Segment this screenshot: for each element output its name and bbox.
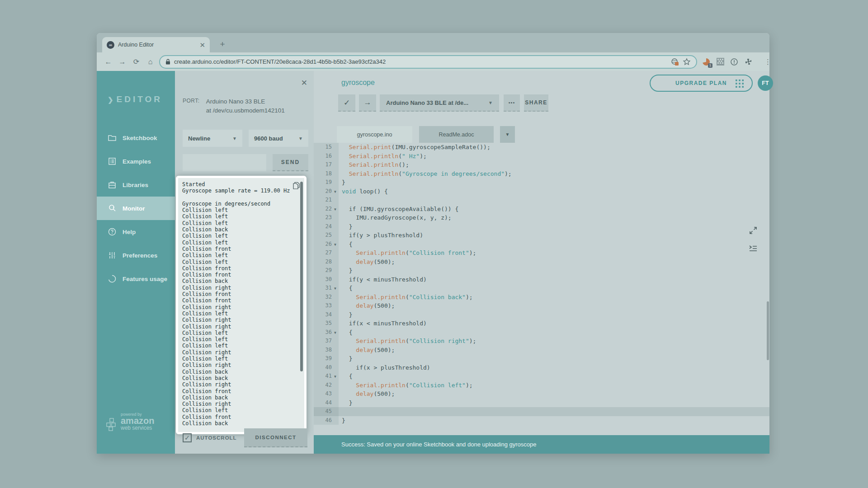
line-number: 43 — [314, 389, 332, 399]
code-line-26[interactable]: 26▼ { — [314, 240, 769, 249]
preferences-icon — [108, 251, 117, 260]
copy-icon[interactable] — [293, 182, 300, 189]
disconnect-button[interactable]: DISCONNECT — [244, 428, 307, 447]
bookmark-star-icon[interactable] — [683, 58, 691, 66]
reload-icon[interactable]: ⟳ — [129, 57, 143, 66]
code-line-36[interactable]: 36▼ { — [314, 328, 769, 337]
back-icon[interactable]: ← — [101, 58, 115, 66]
code-scrollbar[interactable] — [767, 301, 769, 360]
fold-spacer — [332, 213, 339, 222]
serial-message-input[interactable] — [183, 154, 266, 171]
code-line-32[interactable]: 32 Serial.println("Collision back"); — [314, 293, 769, 302]
line-number: 36 — [314, 328, 332, 337]
fold-arrow-icon[interactable]: ▼ — [332, 187, 339, 196]
fold-arrow-icon[interactable]: ▼ — [332, 372, 339, 381]
code-line-44[interactable]: 44 } — [314, 399, 769, 408]
code-line-45[interactable]: 45 — [314, 407, 769, 416]
code-line-28[interactable]: 28 delay(500); — [314, 258, 769, 267]
monitor-scrollbar[interactable] — [300, 182, 303, 371]
translate-icon[interactable] — [671, 58, 679, 66]
code-line-31[interactable]: 31▼ { — [314, 284, 769, 293]
share-button[interactable]: SHARE — [524, 94, 548, 112]
file-tab-readme[interactable]: ReadMe.adoc — [419, 126, 494, 143]
line-number: 28 — [314, 258, 332, 267]
code-line-29[interactable]: 29 } — [314, 266, 769, 275]
code-line-38[interactable]: 38 delay(500); — [314, 346, 769, 355]
code-line-22[interactable]: 22▼ if (IMU.gyroscopeAvailable()) { — [314, 205, 769, 214]
extension-info-icon[interactable] — [730, 57, 739, 66]
format-code-icon[interactable] — [749, 245, 758, 252]
code-line-39[interactable]: 39 } — [314, 354, 769, 363]
autoscroll-checkbox[interactable]: ✓ — [183, 433, 192, 442]
send-button[interactable]: SEND — [273, 154, 308, 171]
chevron-down-icon: ▼ — [298, 136, 303, 141]
code-line-35[interactable]: 35 if(x < minusThreshold) — [314, 319, 769, 328]
sidebar-item-preferences[interactable]: Preferences — [97, 244, 175, 267]
extension-grid-icon[interactable] — [716, 57, 725, 66]
code-line-46[interactable]: 46} — [314, 416, 769, 425]
editor-main: gyroscope UPGRADE PLAN FT ✓ → Arduino Na… — [314, 71, 769, 454]
tab-close-icon[interactable]: ✕ — [199, 42, 205, 48]
code-line-20[interactable]: 20▼void loop() { — [314, 187, 769, 196]
fold-spacer — [332, 399, 339, 408]
line-ending-select[interactable]: Newline▼ — [183, 130, 242, 147]
code-line-41[interactable]: 41▼ { — [314, 372, 769, 381]
browser-menu-icon[interactable]: ⋮ — [764, 58, 771, 66]
code-line-17[interactable]: 17 Serial.println(); — [314, 160, 769, 169]
code-line-15[interactable]: 15 Serial.print(IMU.gyroscopeSampleRate(… — [314, 143, 769, 152]
code-line-34[interactable]: 34 } — [314, 310, 769, 319]
code-line-23[interactable]: 23 IMU.readGyroscope(x, y, z); — [314, 213, 769, 222]
fold-spacer — [332, 319, 339, 328]
code-line-18[interactable]: 18 Serial.println("Gyroscope in degrees/… — [314, 169, 769, 178]
file-tab-ino[interactable]: gyroscope.ino — [337, 126, 412, 143]
line-number: 15 — [314, 143, 332, 152]
fold-arrow-icon[interactable]: ▼ — [332, 240, 339, 249]
home-icon[interactable]: ⌂ — [143, 58, 157, 66]
autoscroll-label: AUTOSCROLL — [196, 435, 237, 441]
baud-rate-select[interactable]: 9600 baud▼ — [249, 130, 308, 147]
panel-close-icon[interactable]: ✕ — [301, 78, 307, 88]
board-selector[interactable]: Arduino Nano 33 BLE at /de...▼ — [380, 94, 499, 112]
browser-tab[interactable]: ∞ Arduino Editor ✕ — [102, 37, 210, 52]
extension-orange-icon[interactable]: 1 — [702, 57, 711, 66]
code-line-43[interactable]: 43 delay(500); — [314, 389, 769, 399]
sidebar-item-examples[interactable]: Examples — [97, 150, 175, 173]
port-label: PORT: — [183, 97, 200, 115]
fold-arrow-icon[interactable]: ▼ — [332, 284, 339, 293]
url-bar[interactable]: create.arduino.cc/editor/FT-CONTENT/20e8… — [159, 55, 697, 69]
line-number: 16 — [314, 152, 332, 161]
expand-icon[interactable] — [749, 226, 758, 235]
user-avatar[interactable]: FT — [758, 75, 773, 91]
sidebar-item-features-usage[interactable]: Features usage — [97, 267, 175, 291]
fold-arrow-icon[interactable]: ▼ — [332, 328, 339, 337]
extensions-puzzle-icon[interactable] — [744, 57, 753, 66]
upload-button[interactable]: → — [359, 94, 376, 112]
code-line-16[interactable]: 16 Serial.println(" Hz"); — [314, 152, 769, 161]
line-number: 22 — [314, 205, 332, 214]
sidebar-item-monitor[interactable]: Monitor — [97, 197, 175, 220]
tabs-dropdown-button[interactable]: ▼ — [500, 126, 515, 143]
fold-arrow-icon[interactable]: ▼ — [332, 205, 339, 214]
status-bar: Success: Saved on your online Sketchbook… — [314, 435, 769, 454]
new-tab-button[interactable]: + — [217, 39, 228, 49]
line-number: 39 — [314, 354, 332, 363]
code-line-24[interactable]: 24 } — [314, 222, 769, 231]
apps-grid-icon[interactable] — [735, 79, 744, 88]
code-line-30[interactable]: 30 if(y < minusThreshold) — [314, 275, 769, 284]
code-line-40[interactable]: 40 if(x > plusThreshold) — [314, 363, 769, 372]
aws-web-services: web services — [121, 425, 154, 431]
code-line-42[interactable]: 42 Serial.println("Collision left"); — [314, 381, 769, 390]
code-editor[interactable]: 15 Serial.print(IMU.gyroscopeSampleRate(… — [314, 143, 769, 435]
code-line-27[interactable]: 27 Serial.println("Collision front"); — [314, 249, 769, 258]
verify-button[interactable]: ✓ — [338, 94, 355, 112]
code-line-21[interactable]: 21 — [314, 196, 769, 205]
sidebar-item-sketchbook[interactable]: Sketchbook — [97, 126, 175, 150]
code-line-19[interactable]: 19} — [314, 178, 769, 187]
code-line-33[interactable]: 33 delay(500); — [314, 301, 769, 310]
code-line-37[interactable]: 37 Serial.println("Collision right"); — [314, 337, 769, 346]
sidebar-item-help[interactable]: Help — [97, 220, 175, 244]
forward-icon[interactable]: → — [115, 58, 129, 66]
sidebar-item-libraries[interactable]: Libraries — [97, 173, 175, 197]
more-options-button[interactable]: ••• — [504, 94, 520, 112]
code-line-25[interactable]: 25 if(y > plusThreshold) — [314, 231, 769, 240]
